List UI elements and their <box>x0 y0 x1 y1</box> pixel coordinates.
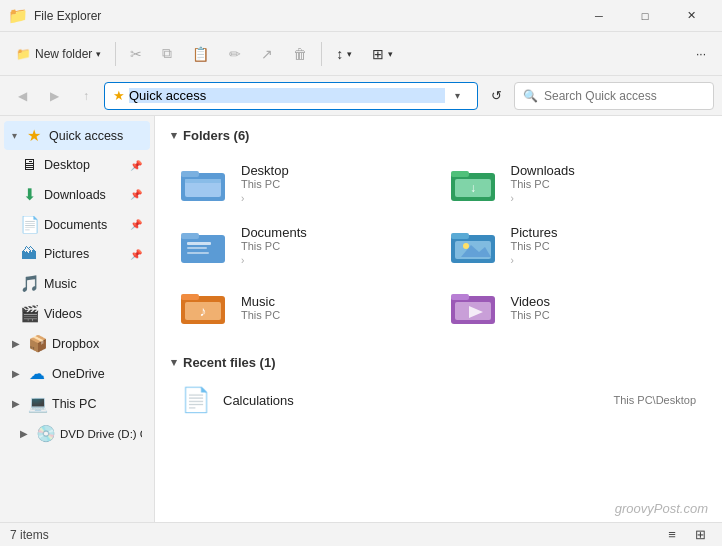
sidebar-item-videos[interactable]: 🎬 Videos <box>4 299 150 328</box>
expand-icon: ▶ <box>12 398 20 409</box>
svg-rect-14 <box>451 233 469 239</box>
sidebar-item-label: Music <box>44 277 142 291</box>
sidebar-item-downloads[interactable]: ⬇ Downloads 📌 <box>4 180 150 209</box>
sidebar-item-label: Downloads <box>44 188 124 202</box>
folder-info-downloads: Downloads This PC <box>511 163 575 205</box>
sidebar-item-dropbox[interactable]: ▶ 📦 Dropbox <box>4 329 150 358</box>
rename-button[interactable]: ✏ <box>221 42 249 66</box>
quick-access-icon: ★ <box>25 126 43 145</box>
downloads-icon: ⬇ <box>20 185 38 204</box>
folder-info-music: Music This PC <box>241 294 280 321</box>
sidebar-item-pictures[interactable]: 🏔 Pictures 📌 <box>4 240 150 268</box>
share-button[interactable]: ↗ <box>253 42 281 66</box>
folders-title: Folders (6) <box>183 128 249 143</box>
folder-pin-arrow <box>511 252 558 267</box>
title-bar-controls: ─ □ ✕ <box>576 0 714 32</box>
music-icon: 🎵 <box>20 274 38 293</box>
sidebar-item-label: DVD Drive (D:) C... <box>60 428 142 440</box>
new-folder-dropdown[interactable]: ▾ <box>96 49 101 59</box>
folder-item-music[interactable]: ♪ Music This PC <box>171 279 437 335</box>
sort-button[interactable]: ↕ ▾ <box>328 42 360 66</box>
close-button[interactable]: ✕ <box>668 0 714 32</box>
pin-icon: 📌 <box>130 189 142 200</box>
svg-rect-11 <box>187 247 207 249</box>
expand-icon: ▾ <box>12 130 17 141</box>
sidebar-item-label: Pictures <box>44 247 124 261</box>
folder-info-pictures: Pictures This PC <box>511 225 558 267</box>
more-icon: ··· <box>696 47 706 61</box>
recent-title: Recent files (1) <box>183 355 275 370</box>
sidebar-item-label: Documents <box>44 218 124 232</box>
sidebar-item-label: OneDrive <box>52 367 142 381</box>
back-button[interactable]: ◀ <box>8 82 36 110</box>
folder-grid: Desktop This PC ↓ <box>171 155 706 335</box>
sidebar-item-this-pc[interactable]: ▶ 💻 This PC <box>4 389 150 418</box>
cut-button[interactable]: ✂ <box>122 42 150 66</box>
minimize-button[interactable]: ─ <box>576 0 622 32</box>
copy-icon: ⧉ <box>162 45 172 62</box>
folder-info-videos: Videos This PC <box>511 294 551 321</box>
sidebar-item-quick-access[interactable]: ▾ ★ Quick access <box>4 121 150 150</box>
content-area: ▾ Folders (6) Desktop <box>155 116 722 522</box>
folder-info-desktop: Desktop This PC <box>241 163 289 205</box>
documents-icon: 📄 <box>20 215 38 234</box>
address-bar-input-wrap[interactable]: ★ ▾ <box>104 82 478 110</box>
pin-icon: 📌 <box>130 249 142 260</box>
refresh-button[interactable]: ↺ <box>482 82 510 110</box>
forward-button[interactable]: ▶ <box>40 82 68 110</box>
folder-item-pictures[interactable]: Pictures This PC <box>441 217 707 275</box>
desktop-icon: 🖥 <box>20 156 38 174</box>
paste-icon: 📋 <box>192 46 209 62</box>
paste-button[interactable]: 📋 <box>184 42 217 66</box>
sidebar-item-dvd-drive[interactable]: ▶ 💿 DVD Drive (D:) C... <box>4 419 150 448</box>
folder-thumb-music: ♪ <box>181 287 229 327</box>
sidebar-item-desktop[interactable]: 🖥 Desktop 📌 <box>4 151 150 179</box>
view-icon: ⊞ <box>372 46 384 62</box>
folders-chevron: ▾ <box>171 129 177 142</box>
folder-item-desktop[interactable]: Desktop This PC <box>171 155 437 213</box>
svg-rect-3 <box>185 179 221 183</box>
videos-icon: 🎬 <box>20 304 38 323</box>
toolbar-separator-1 <box>115 42 116 66</box>
view-controls: ≡ ⊞ <box>660 524 712 546</box>
sidebar-item-onedrive[interactable]: ▶ ☁ OneDrive <box>4 359 150 388</box>
svg-rect-1 <box>181 171 199 177</box>
list-view-button[interactable]: ≡ <box>660 524 684 546</box>
up-button[interactable]: ↑ <box>72 82 100 110</box>
file-icon: 📄 <box>181 386 211 414</box>
toolbar: 📁 New folder ▾ ✂ ⧉ 📋 ✏ ↗ 🗑 ↕ ▾ ⊞ ▾ <box>0 32 722 76</box>
recent-files-header[interactable]: ▾ Recent files (1) <box>171 355 706 370</box>
svg-rect-9 <box>181 233 199 239</box>
pin-icon: 📌 <box>130 219 142 230</box>
address-input[interactable] <box>129 88 445 103</box>
app-icon: 📁 <box>8 6 28 25</box>
rename-icon: ✏ <box>229 46 241 62</box>
sidebar-item-documents[interactable]: 📄 Documents 📌 <box>4 210 150 239</box>
onedrive-icon: ☁ <box>28 364 46 383</box>
maximize-button[interactable]: □ <box>622 0 668 32</box>
toolbar-separator-2 <box>321 42 322 66</box>
pictures-icon: 🏔 <box>20 245 38 263</box>
folder-thumb-pictures <box>451 226 499 266</box>
folders-section-header[interactable]: ▾ Folders (6) <box>171 128 706 143</box>
new-folder-button[interactable]: 📁 New folder ▾ <box>8 43 109 65</box>
copy-button[interactable]: ⧉ <box>154 41 180 66</box>
view-button[interactable]: ⊞ ▾ <box>364 42 401 66</box>
folder-item-downloads[interactable]: ↓ Downloads This PC <box>441 155 707 213</box>
folder-item-documents[interactable]: Documents This PC <box>171 217 437 275</box>
search-box[interactable]: 🔍 <box>514 82 714 110</box>
grid-view-button[interactable]: ⊞ <box>688 524 712 546</box>
folder-pin-arrow <box>241 252 307 267</box>
recent-file-calculations[interactable]: 📄 Calculations This PC\Desktop <box>171 378 706 422</box>
dropbox-icon: 📦 <box>28 334 46 353</box>
more-button[interactable]: ··· <box>688 43 714 65</box>
sidebar-item-label: This PC <box>52 397 142 411</box>
folder-pin-arrow <box>511 190 575 205</box>
search-input[interactable] <box>544 89 705 103</box>
address-dropdown-icon[interactable]: ▾ <box>445 84 469 108</box>
sidebar-item-music[interactable]: 🎵 Music <box>4 269 150 298</box>
sidebar-item-label: Dropbox <box>52 337 142 351</box>
sidebar-item-label: Quick access <box>49 129 142 143</box>
folder-item-videos[interactable]: Videos This PC <box>441 279 707 335</box>
delete-button[interactable]: 🗑 <box>285 42 315 66</box>
